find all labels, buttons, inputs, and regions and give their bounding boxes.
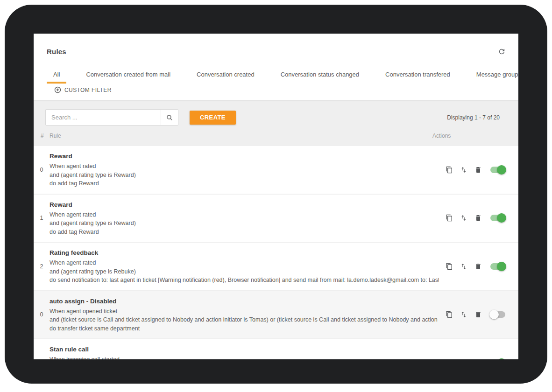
copy-icon — [446, 166, 453, 174]
rule-condition: When agent rated — [50, 162, 439, 171]
rule-condition: When agent rated — [50, 259, 439, 267]
device-frame: Rules All Conversation created from mail… — [5, 5, 547, 384]
delete-rule-button[interactable] — [474, 214, 482, 222]
plus-circle-icon — [54, 86, 61, 93]
row-actions — [444, 310, 518, 319]
rule-action: do add tag Reward — [50, 228, 439, 237]
create-button[interactable]: CREATE — [190, 111, 236, 125]
table-header: # Rule Actions — [34, 126, 518, 146]
rule-order-number: 0 — [34, 167, 50, 173]
row-actions — [444, 262, 518, 271]
tab-bar: All Conversation created from mail Conve… — [40, 66, 518, 84]
reorder-rule-button[interactable] — [460, 262, 468, 271]
rule-action: do transfer ticket same department — [50, 324, 439, 333]
tab-conversation-created-from-mail[interactable]: Conversation created from mail — [79, 66, 177, 84]
copy-rule-button[interactable] — [445, 166, 453, 174]
column-header-actions: Actions — [432, 133, 506, 139]
rule-title: Rating feedback — [50, 248, 439, 257]
rule-action: do send notification to: last agent in t… — [50, 276, 439, 285]
reorder-rule-button[interactable] — [460, 214, 468, 222]
reorder-rule-button[interactable] — [460, 166, 468, 174]
rule-enabled-toggle[interactable] — [489, 165, 506, 175]
row-actions — [444, 213, 518, 223]
row-actions — [444, 165, 518, 175]
trash-icon — [474, 263, 482, 270]
delete-rule-button[interactable] — [474, 262, 482, 271]
column-header-rule: Rule — [50, 133, 432, 139]
swap-vertical-icon — [460, 311, 467, 318]
search-box — [45, 109, 178, 126]
rule-row-reward-2[interactable]: 1 Reward When agent rated and (agent rat… — [34, 195, 518, 242]
refresh-button[interactable] — [496, 46, 507, 57]
rule-row-stan-rule-call[interactable]: 0 Stan rule call When incoming call star… — [34, 339, 518, 359]
rule-condition: and (agent rating type is Reward) — [50, 171, 439, 180]
rule-action: do add tag Reward — [50, 179, 439, 188]
trash-icon — [474, 311, 482, 318]
toolbar: CREATE Displaying 1 - 7 of 20 — [34, 100, 518, 126]
copy-rule-button[interactable] — [445, 214, 453, 222]
swap-vertical-icon — [460, 214, 467, 222]
copy-icon — [446, 263, 453, 270]
rule-condition: When agent rated — [50, 210, 439, 219]
copy-rule-button[interactable] — [445, 359, 453, 359]
tab-all[interactable]: All — [47, 66, 66, 84]
copy-icon — [446, 311, 453, 318]
delete-rule-button[interactable] — [474, 310, 482, 319]
copy-icon — [446, 214, 453, 222]
rule-order-number: 2 — [34, 263, 50, 270]
custom-filter-label: CUSTOM FILTER — [64, 87, 112, 93]
rule-title: auto assign - Disabled — [50, 297, 439, 306]
trash-icon — [474, 166, 482, 174]
swap-vertical-icon — [460, 263, 467, 270]
delete-rule-button[interactable] — [474, 166, 482, 174]
rule-row-reward-1[interactable]: 0 Reward When agent rated and (agent rat… — [34, 146, 518, 194]
rule-row-auto-assign[interactable]: 0 auto assign - Disabled When agent open… — [34, 291, 518, 339]
rule-condition: and (ticket source is Call and ticket as… — [50, 315, 439, 324]
search-button[interactable] — [161, 110, 178, 125]
rule-order-number: 0 — [34, 311, 50, 318]
row-actions — [444, 358, 518, 359]
reorder-rule-button[interactable] — [460, 310, 468, 319]
copy-rule-button[interactable] — [445, 262, 453, 271]
rule-condition: When incoming call started — [50, 355, 439, 359]
rule-row-rating-feedback[interactable]: 2 Rating feedback When agent rated and (… — [34, 243, 518, 290]
rule-enabled-toggle[interactable] — [489, 310, 506, 319]
pagination-status: Displaying 1 - 7 of 20 — [447, 114, 500, 121]
tab-message-group-added[interactable]: Message group added — [470, 66, 518, 84]
swap-vertical-icon — [460, 166, 467, 174]
page-header: Rules All Conversation created from mail… — [34, 34, 518, 100]
search-icon — [166, 114, 173, 121]
trash-icon — [474, 214, 482, 222]
custom-filter-button[interactable]: CUSTOM FILTER — [54, 86, 112, 93]
rule-enabled-toggle[interactable] — [489, 262, 506, 271]
rule-condition: and (agent rating type is Reward) — [50, 219, 439, 228]
rule-condition: When agent opened ticket — [50, 307, 439, 316]
delete-rule-button[interactable] — [474, 359, 482, 359]
tab-conversation-transfered[interactable]: Conversation transfered — [379, 66, 457, 84]
tab-conversation-status-changed[interactable]: Conversation status changed — [274, 66, 366, 84]
rule-order-number: 1 — [34, 215, 50, 221]
reorder-rule-button[interactable] — [460, 359, 468, 359]
tab-conversation-created[interactable]: Conversation created — [190, 66, 261, 84]
copy-rule-button[interactable] — [445, 310, 453, 319]
app-window: Rules All Conversation created from mail… — [34, 34, 518, 359]
rules-list-section: CREATE Displaying 1 - 7 of 20 # Rule Act… — [34, 100, 518, 359]
rule-condition: and (agent rating type is Rebuke) — [50, 267, 439, 276]
refresh-icon — [498, 48, 506, 56]
rules-list: 0 Reward When agent rated and (agent rat… — [34, 146, 518, 359]
column-header-number: # — [41, 133, 50, 139]
rule-title: Reward — [50, 152, 439, 161]
page-title: Rules — [47, 48, 66, 56]
search-input[interactable] — [46, 110, 161, 125]
rule-title: Stan rule call — [50, 345, 439, 354]
rule-enabled-toggle[interactable] — [489, 358, 506, 359]
rule-title: Reward — [50, 200, 439, 209]
rule-enabled-toggle[interactable] — [489, 213, 506, 223]
